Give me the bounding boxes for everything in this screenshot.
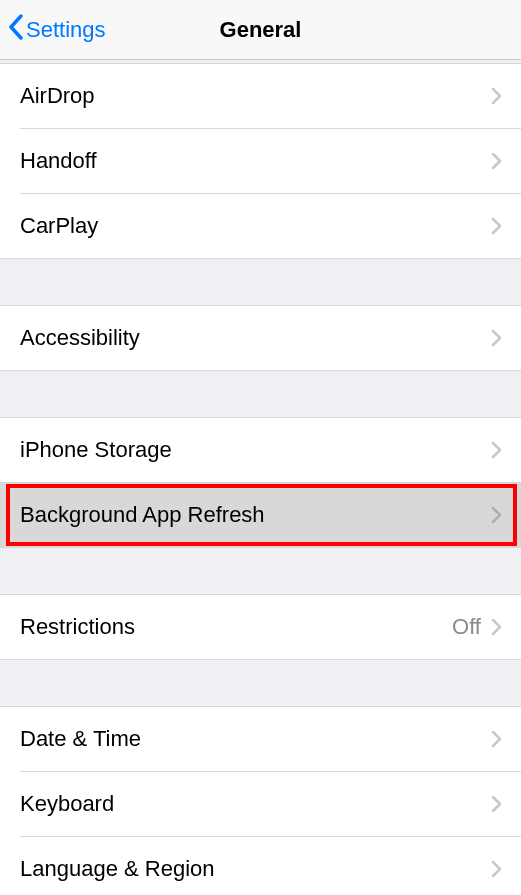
- settings-group: Date & Time Keyboard Language & Region: [0, 707, 521, 895]
- row-value: Off: [452, 614, 481, 640]
- chevron-right-icon: [491, 618, 503, 636]
- chevron-left-icon: [8, 14, 26, 46]
- row-label: Language & Region: [20, 856, 215, 882]
- chevron-right-icon: [491, 795, 503, 813]
- page-title: General: [220, 17, 302, 43]
- row-iphone-storage[interactable]: iPhone Storage: [0, 418, 521, 482]
- settings-group: Accessibility: [0, 306, 521, 370]
- highlight-annotation: Background App Refresh: [0, 483, 521, 547]
- row-language-region[interactable]: Language & Region: [0, 837, 521, 895]
- row-label: AirDrop: [20, 83, 95, 109]
- back-button[interactable]: Settings: [8, 0, 106, 59]
- back-label: Settings: [26, 17, 106, 43]
- chevron-right-icon: [491, 87, 503, 105]
- row-label: Restrictions: [20, 614, 135, 640]
- row-label: Keyboard: [20, 791, 114, 817]
- row-label: Background App Refresh: [20, 502, 265, 528]
- settings-group: iPhone Storage Background App Refresh: [0, 418, 521, 547]
- settings-group: Restrictions Off: [0, 595, 521, 659]
- chevron-right-icon: [491, 329, 503, 347]
- chevron-right-icon: [491, 152, 503, 170]
- row-handoff[interactable]: Handoff: [0, 129, 521, 193]
- row-carplay[interactable]: CarPlay: [0, 194, 521, 258]
- chevron-right-icon: [491, 860, 503, 878]
- chevron-right-icon: [491, 441, 503, 459]
- row-accessibility[interactable]: Accessibility: [0, 306, 521, 370]
- chevron-right-icon: [491, 730, 503, 748]
- chevron-right-icon: [491, 217, 503, 235]
- row-label: Accessibility: [20, 325, 140, 351]
- row-background-app-refresh[interactable]: Background App Refresh: [0, 483, 521, 547]
- section-gap: [0, 547, 521, 595]
- row-airdrop[interactable]: AirDrop: [0, 64, 521, 128]
- row-keyboard[interactable]: Keyboard: [0, 772, 521, 836]
- section-gap: [0, 370, 521, 418]
- section-gap: [0, 258, 521, 306]
- row-date-time[interactable]: Date & Time: [0, 707, 521, 771]
- row-label: CarPlay: [20, 213, 98, 239]
- row-label: iPhone Storage: [20, 437, 172, 463]
- navbar: Settings General: [0, 0, 521, 60]
- settings-group: AirDrop Handoff CarPlay: [0, 64, 521, 258]
- chevron-right-icon: [491, 506, 503, 524]
- section-gap: [0, 659, 521, 707]
- row-label: Date & Time: [20, 726, 141, 752]
- row-label: Handoff: [20, 148, 97, 174]
- row-restrictions[interactable]: Restrictions Off: [0, 595, 521, 659]
